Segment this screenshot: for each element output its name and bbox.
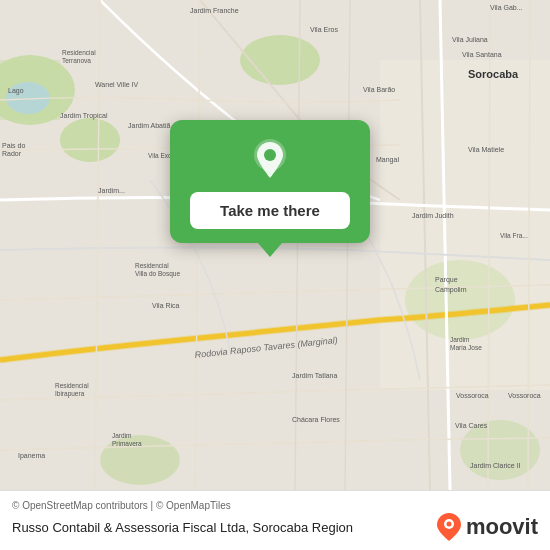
svg-text:Rador: Rador — [2, 150, 22, 157]
svg-text:Residencial: Residencial — [62, 49, 96, 56]
svg-text:Mangal: Mangal — [376, 156, 399, 164]
svg-text:Sorocaba: Sorocaba — [468, 68, 519, 80]
svg-point-53 — [264, 149, 276, 161]
svg-text:Jardim...: Jardim... — [98, 187, 125, 194]
svg-text:Primavera: Primavera — [112, 440, 142, 447]
svg-text:Vila Cares: Vila Cares — [455, 422, 488, 429]
svg-text:Jardim: Jardim — [112, 432, 132, 439]
svg-text:Vila Barão: Vila Barão — [363, 86, 395, 93]
svg-point-55 — [446, 522, 451, 527]
svg-text:Vila Fra...: Vila Fra... — [500, 232, 528, 239]
svg-text:Ibirapuera: Ibirapuera — [55, 390, 85, 398]
map-container: Rodovia Raposo Tavares (Marginal) Soroca… — [0, 0, 550, 490]
svg-text:Jardim Abatiã: Jardim Abatiã — [128, 122, 171, 129]
svg-text:Residencial: Residencial — [135, 262, 169, 269]
svg-text:Jardim: Jardim — [450, 336, 470, 343]
svg-text:Vila Rica: Vila Rica — [152, 302, 180, 309]
svg-text:Jardim Clarice II: Jardim Clarice II — [470, 462, 521, 469]
svg-text:Vila Gab...: Vila Gab... — [490, 4, 523, 11]
svg-text:Lago: Lago — [8, 87, 24, 95]
svg-point-2 — [60, 118, 120, 162]
svg-text:Vossoroca: Vossoroca — [508, 392, 541, 399]
svg-text:Villa do Bosque: Villa do Bosque — [135, 270, 180, 278]
svg-rect-8 — [380, 60, 550, 260]
svg-text:Vila Matiele: Vila Matiele — [468, 146, 504, 153]
svg-point-3 — [240, 35, 320, 85]
svg-text:Wanel Ville IV: Wanel Ville IV — [95, 81, 139, 88]
moovit-pin-icon — [437, 513, 461, 541]
svg-text:Pais do: Pais do — [2, 142, 25, 149]
svg-text:Vila Juliana: Vila Juliana — [452, 36, 488, 43]
svg-text:Vila Eros: Vila Eros — [310, 26, 338, 33]
svg-text:Vila Santana: Vila Santana — [462, 51, 502, 58]
svg-text:Jardim Tropical: Jardim Tropical — [60, 112, 108, 120]
location-pin-icon — [248, 138, 292, 182]
svg-text:Ipanema: Ipanema — [18, 452, 45, 460]
svg-text:Parque: Parque — [435, 276, 458, 284]
svg-text:Residencial: Residencial — [55, 382, 89, 389]
svg-text:Campolim: Campolim — [435, 286, 467, 294]
moovit-logo: moovit — [437, 513, 538, 541]
bottom-bar: © OpenStreetMap contributors | © OpenMap… — [0, 490, 550, 550]
svg-text:Chácara Flores: Chácara Flores — [292, 416, 340, 423]
location-name: Russo Contabil & Assessoria Fiscal Ltda,… — [12, 520, 437, 535]
svg-text:Maria Jose: Maria Jose — [450, 344, 482, 351]
svg-text:Terranova: Terranova — [62, 57, 91, 64]
svg-text:Jardim Franche: Jardim Franche — [190, 7, 239, 14]
moovit-text: moovit — [466, 514, 538, 540]
popup-card: Take me there — [170, 120, 370, 243]
svg-text:Jardim Judith: Jardim Judith — [412, 212, 454, 219]
svg-text:Vossoroca: Vossoroca — [456, 392, 489, 399]
take-me-there-button[interactable]: Take me there — [190, 192, 350, 229]
svg-text:Jardim Tatlana: Jardim Tatlana — [292, 372, 338, 379]
map-attribution: © OpenStreetMap contributors | © OpenMap… — [12, 500, 538, 511]
